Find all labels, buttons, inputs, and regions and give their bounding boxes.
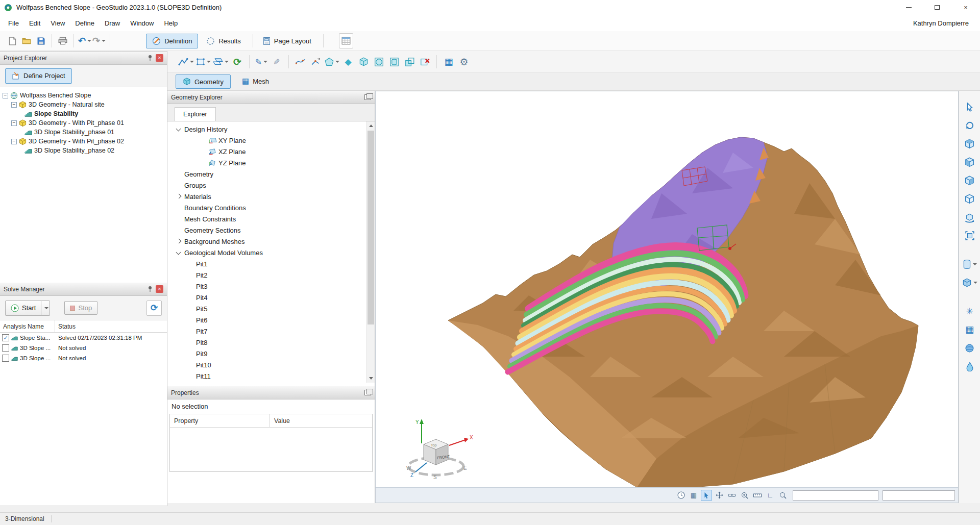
- tab-geometry[interactable]: Geometry: [176, 74, 231, 89]
- refresh-analyses-button[interactable]: ⟳: [146, 301, 162, 316]
- tree-item-pit3[interactable]: Pit3: [167, 281, 375, 292]
- sphere-volume-button[interactable]: [372, 54, 386, 69]
- select-tool-button[interactable]: [962, 100, 978, 114]
- view-isometric-4-button[interactable]: [962, 192, 978, 206]
- tree-item-stability-phase02[interactable]: 3D Slope Stability_phase 02: [0, 146, 167, 155]
- maximize-button[interactable]: [923, 0, 951, 15]
- minimize-button[interactable]: [894, 0, 923, 15]
- water-button[interactable]: [962, 359, 978, 373]
- chevron-down-icon[interactable]: [175, 248, 183, 257]
- view-isometric-2-button[interactable]: [962, 155, 978, 169]
- tree-item-pit10[interactable]: Pit10: [167, 359, 375, 370]
- move-points-button[interactable]: [309, 54, 323, 69]
- chevron-down-icon[interactable]: [175, 125, 183, 133]
- draw-planes-button[interactable]: [212, 54, 229, 69]
- tab-mesh[interactable]: ▦ Mesh: [235, 73, 276, 89]
- scrollbar-thumb[interactable]: [368, 131, 374, 324]
- tree-item-project[interactable]: − Wolfpass Benched Slope: [0, 91, 167, 100]
- terrain-3d-model[interactable]: W S E Top FRONT Y X Z: [376, 91, 958, 487]
- menu-edit[interactable]: Edit: [24, 17, 45, 30]
- column-property[interactable]: Property: [170, 414, 270, 427]
- analysis-checkbox[interactable]: [2, 344, 9, 352]
- analysis-checkbox-checked[interactable]: ✓: [2, 334, 9, 341]
- tree-item-geometry-natural[interactable]: − 3D Geometry - Natural site: [0, 100, 167, 109]
- collapse-box-icon[interactable]: −: [11, 120, 17, 126]
- menu-draw[interactable]: Draw: [100, 17, 125, 30]
- view-isometric-3-button[interactable]: [962, 173, 978, 188]
- draw-surfaces-button[interactable]: [324, 54, 340, 69]
- tree-item-xz-plane[interactable]: XZ Plane: [167, 146, 375, 157]
- chevron-right-icon[interactable]: [175, 237, 183, 245]
- link-views-button[interactable]: [726, 490, 738, 501]
- tree-item-background-meshes[interactable]: Background Meshes: [167, 236, 375, 247]
- tree-item-boundary-conditions[interactable]: Boundary Conditions: [167, 202, 375, 213]
- tree-item-geometry[interactable]: Geometry: [167, 168, 375, 180]
- history-button[interactable]: [675, 490, 687, 501]
- draw-polyline-button[interactable]: [178, 54, 194, 69]
- coordinate-readout-1[interactable]: [793, 490, 878, 501]
- collapse-box-icon[interactable]: −: [11, 139, 17, 144]
- convert-geometry-button[interactable]: ⟳: [230, 54, 244, 69]
- model-viewport[interactable]: W S E Top FRONT Y X Z ▦: [375, 91, 959, 503]
- draw-polygon-button[interactable]: [195, 54, 211, 69]
- lighting-button[interactable]: ✳: [962, 304, 978, 318]
- results-mode-button[interactable]: Results: [200, 34, 247, 48]
- tree-item-yz-plane[interactable]: YZ Plane: [167, 157, 375, 168]
- stop-button[interactable]: Stop: [64, 301, 97, 315]
- float-panel-icon[interactable]: [364, 390, 371, 395]
- angle-button[interactable]: ∟: [765, 490, 776, 501]
- collapse-box-icon[interactable]: −: [3, 93, 8, 98]
- sphere-display-button[interactable]: [962, 341, 978, 355]
- volume-display-button[interactable]: [962, 276, 978, 290]
- menu-view[interactable]: View: [45, 17, 70, 30]
- define-project-button[interactable]: Define Project: [5, 68, 72, 84]
- mesh-overlay-button[interactable]: ▦: [962, 322, 978, 337]
- tree-item-geological-model-volumes[interactable]: Geological Model Volumes: [167, 247, 375, 258]
- tree-item-xy-plane[interactable]: XY Plane: [167, 135, 375, 146]
- tree-item-pit6[interactable]: Pit6: [167, 314, 375, 326]
- menu-file[interactable]: File: [3, 17, 24, 30]
- magnify-button[interactable]: [777, 490, 789, 501]
- tree-item-pit4[interactable]: Pit4: [167, 292, 375, 303]
- tree-item-pit2[interactable]: Pit2: [167, 269, 375, 281]
- zoom-window-button[interactable]: [739, 490, 750, 501]
- column-analysis-name[interactable]: Analysis Name: [0, 320, 55, 332]
- tree-item-materials[interactable]: Materials: [167, 191, 375, 202]
- capture-view-button[interactable]: [962, 229, 978, 243]
- start-button[interactable]: Start: [5, 301, 41, 316]
- close-button[interactable]: ×: [951, 0, 980, 15]
- report-button[interactable]: [339, 33, 353, 48]
- tree-item-geometry-pit01[interactable]: − 3D Geometry - With Pit_phase 01: [0, 118, 167, 128]
- menu-help[interactable]: Help: [159, 17, 183, 30]
- draw-box-volume-button[interactable]: [356, 54, 371, 69]
- cylinder-volume-button[interactable]: [387, 54, 401, 69]
- draw-points-button[interactable]: [293, 54, 308, 69]
- solve-row[interactable]: 3D Slope ... Not solved: [0, 343, 167, 353]
- print-button[interactable]: [56, 33, 70, 48]
- column-status[interactable]: Status: [55, 320, 167, 332]
- view-isometric-1-button[interactable]: [962, 137, 978, 151]
- close-panel-button[interactable]: ×: [156, 54, 163, 62]
- float-panel-icon[interactable]: [364, 94, 371, 100]
- tree-item-groups[interactable]: Groups: [167, 180, 375, 191]
- tree-item-pit9[interactable]: Pit9: [167, 348, 375, 359]
- select-mode-button[interactable]: [701, 490, 712, 501]
- column-value[interactable]: Value: [270, 414, 372, 427]
- close-panel-button[interactable]: ×: [156, 285, 163, 293]
- save-button[interactable]: [34, 33, 48, 48]
- tree-item-pit8[interactable]: Pit8: [167, 337, 375, 348]
- tab-explorer[interactable]: Explorer: [175, 107, 216, 121]
- solve-row[interactable]: ✓ Slope Sta... Solved 02/17/2023 02:31:1…: [0, 333, 167, 343]
- draw-octahedron-button[interactable]: ◆: [341, 54, 355, 69]
- tree-scrollbar[interactable]: [366, 121, 375, 383]
- tree-item-pit11[interactable]: Pit11: [167, 370, 375, 382]
- redo-button[interactable]: ↷: [92, 33, 106, 48]
- tree-item-pit1[interactable]: Pit1: [167, 258, 375, 269]
- scroll-up-button[interactable]: [367, 121, 375, 130]
- mesh-properties-button[interactable]: ▦: [442, 54, 456, 69]
- open-file-button[interactable]: [19, 33, 34, 48]
- coordinate-readout-2[interactable]: [883, 490, 955, 501]
- rotate-object-button[interactable]: [962, 210, 978, 224]
- analysis-checkbox[interactable]: [2, 355, 9, 362]
- solve-row[interactable]: 3D Slope ... Not solved: [0, 353, 167, 363]
